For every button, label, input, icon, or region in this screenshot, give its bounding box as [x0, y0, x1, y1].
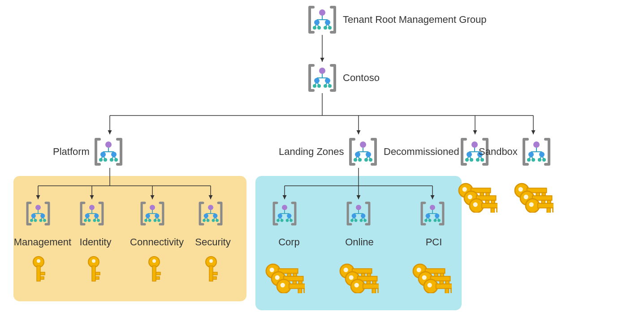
- key-management: [29, 255, 48, 286]
- label-identity: Identity: [73, 236, 118, 248]
- keys-pci: [411, 257, 452, 295]
- label-management: Management: [13, 236, 72, 248]
- management-group-icon: [307, 4, 337, 35]
- management-group-icon: [348, 137, 378, 167]
- management-group-icon: [521, 137, 552, 167]
- node-landing-zones: Landing Zones: [279, 137, 378, 167]
- keys-corp: [264, 257, 305, 295]
- key-icon: [145, 255, 164, 284]
- keys-icon: [264, 257, 305, 293]
- label-security: Security: [190, 236, 235, 248]
- keys-icon: [411, 257, 452, 293]
- node-online: [346, 201, 372, 227]
- keys-icon: [338, 257, 379, 293]
- key-connectivity: [145, 255, 164, 286]
- node-management: [25, 201, 51, 227]
- label-corp: Corp: [267, 236, 311, 248]
- keys-online: [338, 257, 379, 295]
- node-security: [198, 201, 224, 227]
- node-corp: [272, 201, 298, 227]
- node-contoso: Contoso: [307, 63, 380, 93]
- keys-decommissioned: [457, 177, 497, 214]
- key-identity: [84, 255, 103, 286]
- management-group-icon: [346, 201, 372, 227]
- management-group-icon: [79, 201, 105, 227]
- label-contoso: Contoso: [343, 72, 380, 84]
- label-connectivity: Connectivity: [125, 236, 188, 248]
- label-sandbox: Sandbox: [479, 146, 518, 158]
- key-icon: [29, 255, 48, 284]
- keys-sandbox: [513, 177, 553, 214]
- diagram-canvas: Tenant Root Management Group Contoso Pla…: [0, 0, 644, 321]
- key-icon: [84, 255, 103, 284]
- key-icon: [202, 255, 220, 284]
- keys-icon: [457, 177, 497, 213]
- management-group-icon: [198, 201, 224, 227]
- management-group-icon: [139, 201, 165, 227]
- node-pci: [419, 201, 445, 227]
- node-sandbox: Sandbox: [479, 137, 552, 167]
- node-identity: [79, 201, 105, 227]
- management-group-icon: [25, 201, 51, 227]
- node-connectivity: [139, 201, 165, 227]
- label-tenant-root: Tenant Root Management Group: [343, 14, 486, 26]
- label-platform: Platform: [53, 146, 90, 158]
- node-tenant-root: Tenant Root Management Group: [307, 4, 486, 35]
- node-decommissioned: Decommissioned: [384, 137, 493, 167]
- management-group-icon: [307, 63, 337, 93]
- label-landing-zones: Landing Zones: [279, 146, 344, 158]
- label-decommissioned: Decommissioned: [384, 146, 459, 158]
- node-platform: Platform: [53, 137, 124, 167]
- label-pci: PCI: [416, 236, 452, 248]
- management-group-icon: [93, 137, 124, 167]
- key-security: [202, 255, 220, 286]
- management-group-icon: [419, 201, 445, 227]
- management-group-icon: [272, 201, 298, 227]
- label-online: Online: [337, 236, 382, 248]
- keys-icon: [513, 177, 553, 213]
